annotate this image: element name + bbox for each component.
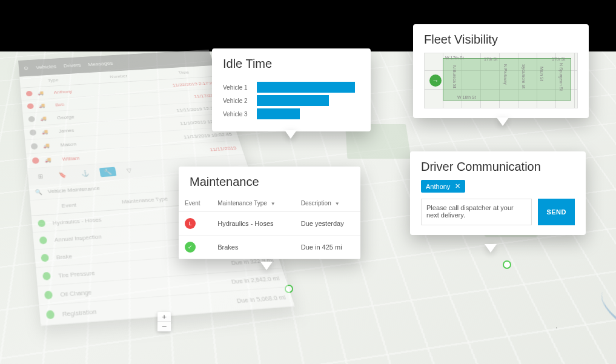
maintenance-card: Maintenance Event Maintenance Type▼ Desc… — [179, 167, 360, 259]
description-cell: Due yesterday — [295, 212, 360, 236]
maintenance-title: Maintenance — [179, 167, 360, 195]
card-pointer — [497, 117, 509, 126]
card-pointer — [485, 244, 497, 253]
street-label: W 17th St — [445, 56, 464, 60]
recipient-name: Anthony — [426, 183, 450, 190]
zoom-out-button[interactable]: − — [157, 322, 171, 332]
recipient-chip[interactable]: Anthony ✕ — [421, 180, 465, 193]
zoom-in-button[interactable]: + — [157, 312, 171, 322]
street-label: Main St — [540, 67, 544, 81]
street-label: Sycamore St — [522, 64, 526, 88]
col-description[interactable]: Description▼ — [295, 195, 360, 212]
street-label: 17th St — [552, 57, 565, 61]
table-row[interactable]: L Hydraulics - Hoses Due yesterday — [179, 212, 360, 236]
bar-label: Vehicle 1 — [223, 84, 252, 91]
description-cell: Due in 425 mi — [295, 236, 360, 259]
status-badge: L — [185, 218, 196, 229]
idle-time-card: Idle Time Vehicle 1 Vehicle 2 Vehicle 3 — [212, 48, 371, 131]
zoom-control: + − — [157, 312, 171, 332]
fleet-mini-map[interactable]: → W 17th St 17th St 17th St W 16th St N … — [424, 53, 578, 108]
send-button[interactable]: SEND — [538, 199, 575, 225]
table-row[interactable]: ✓ Brakes Due in 425 mi — [179, 236, 360, 259]
col-event[interactable]: Event — [179, 195, 211, 212]
street-label: N Parkway — [503, 64, 508, 85]
arrow-right-icon: → — [432, 77, 439, 84]
driver-communication-card: Driver Communication Anthony ✕ Please ca… — [410, 151, 586, 235]
idle-time-title: Idle Time — [212, 48, 371, 77]
maintenance-type-cell: Hydraulics - Hoses — [211, 212, 294, 236]
street-label: 17th St — [484, 57, 497, 61]
street-label: N Bursca St — [452, 65, 457, 88]
driver-communication-title: Driver Communication — [410, 151, 586, 180]
fleet-visibility-title: Fleet Visibility — [413, 24, 589, 53]
maintenance-type-cell: Brakes — [211, 236, 294, 259]
street-label: N Spurgeon St — [559, 63, 563, 91]
card-pointer — [285, 130, 297, 139]
bar-label: Vehicle 3 — [223, 111, 252, 117]
col-maintenance-type[interactable]: Maintenance Type▼ — [211, 195, 294, 212]
chart-bar: Vehicle 1 — [223, 82, 360, 93]
maintenance-table: Event Maintenance Type▼ Description▼ L H… — [179, 195, 360, 259]
chevron-down-icon: ▼ — [271, 201, 276, 207]
chevron-down-icon: ▼ — [335, 201, 340, 207]
chart-bar: Vehicle 2 — [223, 95, 360, 106]
chart-bar: Vehicle 3 — [223, 108, 360, 119]
card-pointer — [260, 262, 273, 270]
street-label: W 16th St — [457, 95, 476, 99]
bar-label: Vehicle 2 — [223, 98, 252, 104]
go-button[interactable]: → — [429, 74, 442, 87]
fleet-visibility-card: Fleet Visibility → W 17th St 17th St 17t… — [413, 24, 589, 118]
map-pin[interactable] — [503, 260, 511, 269]
close-icon[interactable]: ✕ — [455, 182, 460, 190]
status-badge: ✓ — [185, 242, 196, 253]
idle-time-chart: Vehicle 1 Vehicle 2 Vehicle 3 — [212, 77, 371, 131]
message-input[interactable]: Please call dispatcher at your next deli… — [421, 199, 532, 225]
